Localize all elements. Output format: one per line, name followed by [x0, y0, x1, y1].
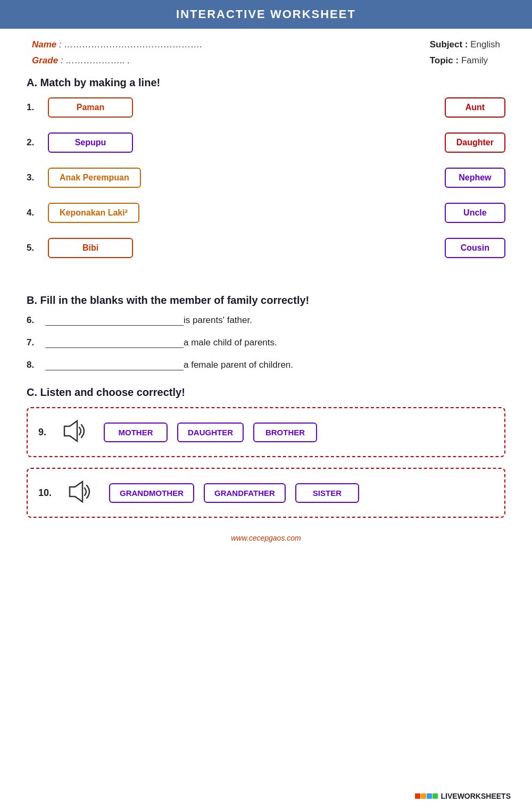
listen-row-10: 10. GRANDMOTHER GRANDFATHER SISTER	[27, 468, 505, 518]
match-row-5: 5. Bibi	[27, 238, 505, 258]
listen-number-10: 10.	[38, 487, 52, 499]
meta-section: Name : ………………………………………. Grade : ………………..…	[0, 39, 532, 66]
fill-row-6: 6. is parents' father.	[27, 315, 505, 326]
fill-text-6: is parents' father.	[184, 315, 252, 326]
match-number-3: 3.	[27, 172, 48, 183]
meta-left: Name : ………………………………………. Grade : ………………..…	[32, 39, 202, 66]
section-c-title-text: C. Listen and choose correctly!	[27, 386, 185, 398]
left-item-2[interactable]: Sepupu	[48, 133, 133, 153]
grade-field: Grade : ……………….. .	[32, 55, 202, 66]
fill-number-6: 6.	[27, 315, 45, 326]
speaker-icon-10[interactable]	[64, 478, 96, 507]
match-section: 1. Paman 2. Sepupu 3. Anak Perempuan 4. …	[0, 97, 532, 278]
listen-choices-10: GRANDMOTHER GRANDFATHER SISTER	[109, 483, 494, 503]
match-row-1: 1. Paman	[27, 97, 505, 118]
name-field: Name : ……………………………………….	[32, 39, 202, 50]
match-number-2: 2.	[27, 137, 48, 148]
left-item-3[interactable]: Anak Perempuan	[48, 168, 141, 188]
topic-value: Family	[461, 55, 488, 65]
subject-value: English	[470, 39, 500, 49]
badge-text: LIVEWORKSHEETS	[441, 792, 511, 800]
listen-choices-9: MOTHER DAUGHTER BROTHER	[104, 423, 494, 442]
choice-9-1[interactable]: MOTHER	[104, 423, 168, 442]
left-item-4[interactable]: Keponakan Laki²	[48, 203, 139, 223]
lw-sq2	[421, 793, 426, 799]
fill-number-8: 8.	[27, 360, 45, 370]
left-item-5[interactable]: Bibi	[48, 238, 133, 258]
fill-row-8: 8. a female parent of children.	[27, 360, 505, 370]
right-item-3[interactable]: Nephew	[445, 168, 505, 188]
match-row-3: 3. Anak Perempuan	[27, 168, 505, 188]
topic-label: Topic	[430, 55, 453, 65]
right-item-5[interactable]: Cousin	[445, 238, 505, 258]
name-label: Name	[32, 39, 56, 49]
website-text: www.cecepgaos.com	[231, 534, 301, 542]
fill-input-7[interactable]	[45, 338, 184, 348]
listen-section: 9. MOTHER DAUGHTER BROTHER 10.	[0, 407, 532, 518]
fill-row-7: 7. a male child of parents.	[27, 337, 505, 348]
section-b-title-text: B. Fill in the blanks with the member of…	[27, 294, 309, 306]
match-row-4: 4. Keponakan Laki²	[27, 203, 505, 223]
match-number-4: 4.	[27, 208, 48, 218]
lw-sq3	[427, 793, 432, 799]
fill-section: 6. is parents' father. 7. a male child o…	[0, 315, 532, 370]
match-row-2: 2. Sepupu	[27, 133, 505, 153]
topic-colon: :	[456, 55, 459, 65]
header-title: INTERACTIVE WORKSHEET	[176, 7, 356, 21]
speaker-icon-9[interactable]	[59, 418, 91, 446]
choice-10-1[interactable]: GRANDMOTHER	[109, 483, 194, 503]
section-a-title: A. Match by making a line!	[0, 77, 532, 89]
name-dots: : ……………………………………….	[59, 39, 202, 49]
listen-number-9: 9.	[38, 427, 46, 438]
subject-field: Subject : English	[430, 39, 500, 50]
fill-input-8[interactable]	[45, 360, 184, 370]
fill-text-8: a female parent of children.	[184, 360, 293, 370]
meta-right: Subject : English Topic : Family	[430, 39, 500, 66]
section-a-title-text: A. Match by making a line!	[27, 77, 160, 88]
section-b-title: B. Fill in the blanks with the member of…	[0, 294, 532, 307]
fill-number-7: 7.	[27, 337, 45, 348]
svg-marker-1	[70, 482, 82, 502]
right-items-column: Aunt Daughter Nephew Uncle Cousin	[445, 97, 505, 258]
right-item-4[interactable]: Uncle	[445, 203, 505, 223]
choice-10-2[interactable]: GRANDFATHER	[204, 483, 286, 503]
worksheet-header: INTERACTIVE WORKSHEET	[0, 0, 532, 29]
footer-website: www.cecepgaos.com	[0, 534, 532, 542]
svg-marker-0	[64, 421, 77, 441]
subject-colon: :	[465, 39, 468, 49]
subject-label: Subject	[430, 39, 462, 49]
match-number-1: 1.	[27, 102, 48, 113]
match-number-5: 5.	[27, 243, 48, 253]
grade-dots: : ……………….. .	[61, 55, 130, 65]
match-container: 1. Paman 2. Sepupu 3. Anak Perempuan 4. …	[27, 97, 505, 278]
lw-logo	[415, 793, 438, 799]
liveworksheets-badge: LIVEWORKSHEETS	[415, 792, 511, 800]
choice-9-3[interactable]: BROTHER	[253, 423, 317, 442]
choice-10-3[interactable]: SISTER	[295, 483, 359, 503]
left-item-1[interactable]: Paman	[48, 97, 133, 118]
topic-field: Topic : Family	[430, 55, 500, 66]
lw-sq1	[415, 793, 420, 799]
listen-row-9: 9. MOTHER DAUGHTER BROTHER	[27, 407, 505, 457]
fill-input-6[interactable]	[45, 316, 184, 326]
grade-label: Grade	[32, 55, 58, 65]
fill-text-7: a male child of parents.	[184, 337, 277, 348]
section-c-title: C. Listen and choose correctly!	[0, 386, 532, 399]
right-item-1[interactable]: Aunt	[445, 97, 505, 118]
right-item-2[interactable]: Daughter	[445, 133, 505, 153]
choice-9-2[interactable]: DAUGHTER	[177, 423, 244, 442]
lw-sq4	[433, 793, 438, 799]
